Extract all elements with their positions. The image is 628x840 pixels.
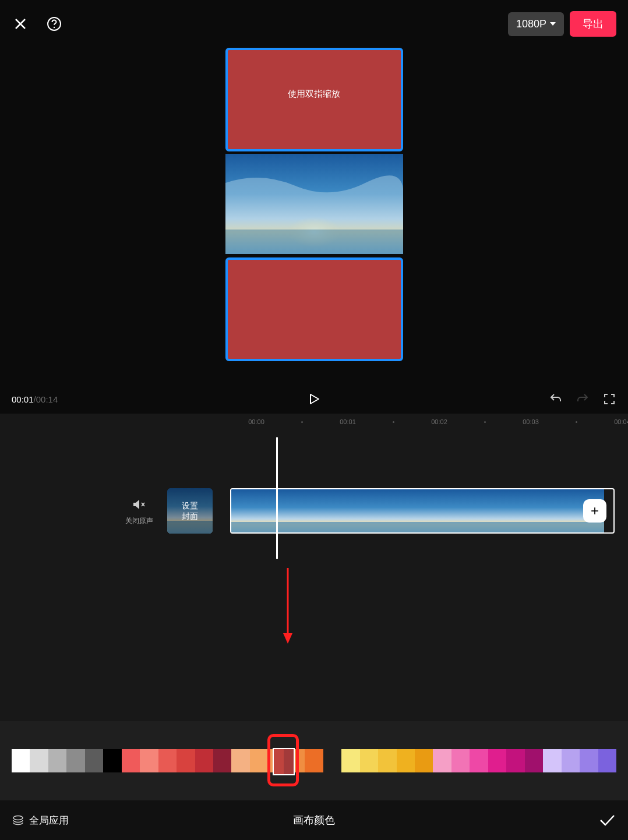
bottom-bar: 全局应用 画布颜色 (0, 800, 628, 840)
clip-frame[interactable] (231, 489, 278, 534)
selected-swatch[interactable] (273, 748, 295, 775)
close-icon[interactable] (12, 15, 29, 33)
color-swatch[interactable] (213, 749, 231, 772)
svg-rect-12 (324, 522, 371, 534)
plus-icon: + (591, 503, 599, 519)
clip-frame[interactable] (418, 489, 464, 534)
cover-thumb[interactable]: 设置 封面 (167, 488, 213, 534)
canvas-letterbox-bottom (225, 257, 403, 361)
color-swatch[interactable] (562, 749, 580, 772)
redo-icon[interactable] (576, 392, 590, 406)
clip-frame[interactable] (278, 489, 324, 534)
layers-icon (12, 814, 24, 827)
color-swatch[interactable] (177, 749, 195, 772)
color-swatch[interactable] (341, 749, 359, 772)
color-swatch[interactable] (580, 749, 598, 772)
color-swatch[interactable] (378, 749, 396, 772)
svg-rect-8 (231, 522, 278, 534)
timeline-area[interactable]: 00:0000:0100:0200:0300:0400:0500:06 关闭原声… (0, 414, 628, 741)
export-button[interactable]: 导出 (570, 11, 616, 37)
mute-label: 关闭原声 (125, 516, 153, 526)
color-swatch[interactable] (231, 749, 249, 772)
clip-strip[interactable]: + (230, 488, 615, 534)
annotation-arrow (282, 568, 294, 644)
color-swatch[interactable] (506, 749, 524, 772)
global-apply-button[interactable]: 全局应用 (12, 814, 69, 827)
time-current: 00:01 (12, 394, 34, 404)
color-swatch[interactable] (488, 749, 506, 772)
export-label: 导出 (583, 18, 604, 30)
color-swatch[interactable] (66, 749, 84, 772)
top-bar: 1080P 导出 (0, 0, 628, 48)
global-apply-label: 全局应用 (29, 814, 69, 827)
svg-rect-16 (418, 522, 464, 534)
time-total: 00:14 (36, 394, 58, 404)
svg-point-24 (13, 816, 23, 820)
color-swatch[interactable] (85, 749, 103, 772)
ruler-tick: 00:02 (416, 418, 463, 425)
color-swatch[interactable] (525, 749, 543, 772)
transport-controls: 00:01 / 00:14 (0, 384, 628, 414)
play-icon[interactable] (307, 392, 321, 406)
undo-icon[interactable] (549, 392, 563, 406)
check-icon (598, 811, 616, 830)
color-swatch[interactable] (470, 749, 488, 772)
color-swatch[interactable] (360, 749, 378, 772)
clip-frame[interactable] (371, 489, 418, 534)
color-swatch[interactable] (48, 749, 66, 772)
color-swatch[interactable] (12, 749, 30, 772)
confirm-button[interactable] (598, 811, 616, 830)
fullscreen-icon[interactable] (602, 392, 616, 406)
track-row: 关闭原声 设置 封面 + (0, 488, 628, 534)
ruler-tick: 00:03 (507, 418, 554, 425)
swatch-row (0, 749, 628, 772)
color-swatch[interactable] (140, 749, 158, 772)
color-swatch[interactable] (122, 749, 140, 772)
time-ruler: 00:0000:0100:0200:0300:0400:0500:06 (0, 414, 628, 430)
pinch-hint-label: 使用双指缩放 (288, 89, 340, 100)
resolution-label: 1080P (516, 18, 546, 30)
color-panel (0, 721, 628, 800)
svg-rect-4 (225, 230, 403, 254)
color-swatch[interactable] (397, 749, 415, 772)
cover-label: 设置 封面 (182, 500, 198, 521)
help-icon[interactable] (45, 15, 63, 33)
panel-title: 画布颜色 (293, 813, 335, 827)
clip-frame[interactable] (511, 489, 558, 534)
ruler-tick: 00:04 (599, 418, 628, 425)
svg-rect-22 (558, 522, 604, 534)
mute-icon[interactable] (131, 496, 147, 513)
svg-rect-10 (278, 522, 324, 534)
svg-rect-20 (511, 522, 558, 534)
color-swatch[interactable] (543, 749, 561, 772)
ruler-tick: 00:00 (233, 418, 280, 425)
clip-frame[interactable] (464, 489, 511, 534)
color-swatch[interactable] (598, 749, 616, 772)
color-swatch[interactable] (158, 749, 177, 772)
color-swatch[interactable] (305, 749, 323, 772)
canvas-frame[interactable]: 使用双指缩放 (225, 48, 403, 361)
color-swatch[interactable] (415, 749, 433, 772)
video-preview-image (225, 154, 403, 254)
svg-rect-18 (464, 522, 511, 534)
svg-rect-14 (371, 522, 418, 534)
svg-point-1 (54, 27, 55, 28)
clip-frame[interactable] (324, 489, 371, 534)
preview-area[interactable]: 使用双指缩放 (0, 48, 628, 384)
color-swatch[interactable] (30, 749, 48, 772)
canvas-letterbox-top: 使用双指缩放 (225, 48, 403, 151)
ruler-tick: 00:01 (324, 418, 371, 425)
color-swatch[interactable] (433, 749, 451, 772)
color-swatch[interactable] (250, 749, 268, 772)
add-clip-button[interactable]: + (583, 499, 606, 523)
resolution-button[interactable]: 1080P (508, 12, 564, 36)
color-swatch[interactable] (451, 749, 470, 772)
color-swatch[interactable] (103, 749, 121, 772)
chevron-down-icon (550, 22, 556, 26)
color-swatch[interactable] (195, 749, 213, 772)
playhead[interactable] (276, 437, 278, 559)
